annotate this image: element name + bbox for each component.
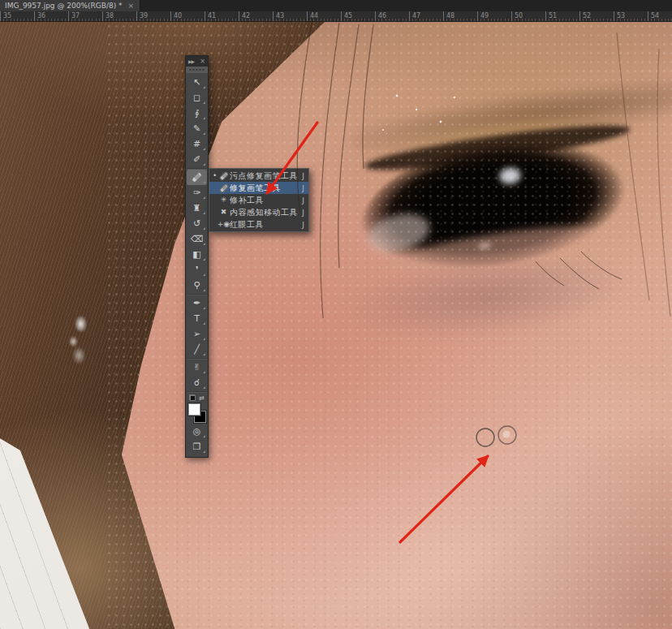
toolbar-separator — [187, 294, 207, 295]
ruler-tick: 35 — [0, 11, 34, 21]
foreground-color-swatch[interactable] — [188, 403, 200, 416]
flyout-item-label: 红眼工具 — [230, 219, 299, 230]
eyedropper-tool-icon: ✐ — [193, 155, 200, 164]
flyout-item-patch[interactable]: ✳ 修补工具 J — [209, 194, 308, 206]
collapse-panel-icon[interactable]: ▶▶ — [188, 58, 194, 64]
blur-tool-button[interactable]: ❜ — [187, 262, 207, 278]
eyedropper-tool-button[interactable]: ✐ — [187, 152, 207, 167]
ruler-tick: 53 — [614, 11, 648, 21]
path-selection-tool-icon: ➢ — [193, 330, 200, 338]
default-colors-icon[interactable] — [189, 394, 196, 401]
ruler-tick: 44 — [307, 11, 341, 21]
screen-mode-icon: ❐ — [193, 442, 201, 451]
quick-mask-mode-button[interactable]: ◎ — [187, 424, 207, 439]
ruler-tick: 41 — [205, 11, 239, 21]
current-tool-bullet: • — [212, 172, 218, 179]
hand-tool-button[interactable]: ✌ — [187, 360, 207, 375]
shortcut-key: J — [302, 209, 304, 217]
grip-dots-icon — [188, 68, 205, 71]
ruler-tick: 50 — [511, 11, 545, 21]
canvas-image[interactable] — [0, 22, 672, 629]
document-tab-bar: IMG_9957.jpg @ 200%(RGB/8) * × — [0, 0, 672, 11]
healing-tools-flyout-menu: • 污点修复画笔工具 J 修复画笔工具 J ✳ 修补工具 J ✖ 内容感知移动工… — [209, 168, 309, 232]
shortcut-key: J — [302, 172, 304, 180]
clone-stamp-tool-icon: ♜ — [193, 204, 201, 213]
spot-healing-brush-tool-button[interactable] — [187, 170, 207, 185]
flyout-item-label: 修补工具 — [230, 195, 299, 206]
earring — [58, 308, 96, 366]
pen-tool-button[interactable]: ✒ — [187, 295, 207, 311]
type-tool-icon: T — [194, 314, 200, 323]
pen-tool-icon: ✒ — [193, 299, 200, 308]
panel-close-icon[interactable]: × — [200, 58, 205, 65]
crop-tool-icon: # — [193, 140, 200, 149]
spot-healing-brush-icon — [218, 174, 230, 179]
gradient-tool-button[interactable]: ◧ — [187, 247, 207, 262]
healing-brush-icon — [218, 186, 230, 191]
history-brush-tool-icon: ↺ — [193, 219, 200, 228]
dodge-tool-icon: ⚲ — [193, 281, 200, 290]
shortcut-key: J — [302, 221, 304, 229]
path-selection-tool-button[interactable]: ➢ — [187, 326, 207, 342]
gradient-tool-icon: ◧ — [192, 250, 200, 259]
eraser-tool-button[interactable]: ⌫ — [187, 231, 207, 247]
hand-tool-icon: ✌ — [193, 363, 200, 372]
red-eye-tool-icon: +◉ — [218, 221, 230, 228]
ruler-tick: 42 — [239, 11, 273, 21]
color-controls: ⇄ — [187, 393, 207, 403]
panel-grip[interactable] — [186, 67, 208, 73]
quick-selection-tool-button[interactable]: ✎ — [187, 121, 207, 136]
ruler-tick: 45 — [341, 11, 375, 21]
content-aware-move-icon: ✖ — [218, 209, 230, 216]
quick-mask-icon: ◎ — [193, 427, 201, 436]
ruler-tick: 46 — [375, 11, 409, 21]
toolbar-separator — [187, 391, 207, 392]
history-brush-tool-button[interactable]: ↺ — [187, 216, 207, 231]
line-tool-icon: ╱ — [194, 345, 200, 354]
shortcut-key: J — [302, 184, 304, 192]
clone-stamp-tool-button[interactable]: ♜ — [187, 200, 207, 216]
photoshop-window: IMG_9957.jpg @ 200%(RGB/8) * × 35 36 37 … — [0, 0, 672, 629]
zoom-tool-icon: ☌ — [194, 378, 200, 387]
toolbar-separator — [187, 358, 207, 359]
flyout-item-red-eye[interactable]: +◉ 红眼工具 J — [209, 218, 308, 230]
move-tool-button[interactable]: ↖ — [187, 75, 207, 90]
flyout-item-spot-healing-brush[interactable]: • 污点修复画笔工具 J — [209, 170, 308, 182]
zoom-tool-button[interactable]: ☌ — [187, 375, 207, 390]
move-tool-icon: ↖ — [193, 78, 200, 87]
document-title: IMG_9957.jpg @ 200%(RGB/8) * — [5, 2, 123, 10]
rectangular-marquee-tool-button[interactable]: ◻ — [187, 90, 207, 106]
horizontal-ruler: 35 36 37 38 39 40 41 42 43 44 45 46 47 4… — [0, 11, 672, 22]
blur-tool-icon: ❜ — [196, 265, 199, 274]
tab-close-icon[interactable]: × — [128, 2, 135, 10]
lasso-tool-button[interactable]: ∮ — [187, 106, 207, 121]
marquee-tool-icon: ◻ — [193, 93, 200, 102]
ruler-tick: 52 — [579, 11, 614, 21]
eraser-tool-icon: ⌫ — [191, 235, 204, 243]
patch-tool-icon: ✳ — [218, 196, 230, 204]
swap-colors-icon[interactable]: ⇄ — [199, 394, 205, 402]
toolbar-separator — [187, 168, 207, 169]
flyout-item-label: 污点修复画笔工具 — [230, 170, 299, 182]
brush-tool-button[interactable]: ✑ — [187, 185, 207, 200]
brush-tool-icon: ✑ — [193, 188, 200, 197]
tools-panel-header[interactable]: ▶▶ × — [186, 56, 208, 67]
ruler-tick: 37 — [68, 11, 102, 21]
ruler-tick: 43 — [273, 11, 307, 21]
tools-panel: ▶▶ × ↖ ◻ ∮ ✎ # ✐ ✑ ♜ ↺ ⌫ ◧ ❜ ⚲ ✒ T ➢ ╱ ✌ — [185, 55, 209, 458]
lasso-tool-icon: ∮ — [195, 109, 200, 118]
ruler-tick: 47 — [409, 11, 443, 21]
flyout-item-healing-brush[interactable]: 修复画笔工具 J — [209, 182, 308, 194]
crop-tool-button[interactable]: # — [187, 136, 207, 152]
ruler-tick: 49 — [477, 11, 511, 21]
screen-mode-button[interactable]: ❐ — [187, 439, 207, 455]
ruler-tick: 39 — [136, 11, 170, 21]
shortcut-key: J — [302, 196, 304, 205]
flyout-item-label: 修复画笔工具 — [230, 183, 299, 194]
line-tool-button[interactable]: ╱ — [187, 342, 207, 357]
flyout-item-content-aware-move[interactable]: ✖ 内容感知移动工具 J — [209, 206, 308, 218]
document-tab[interactable]: IMG_9957.jpg @ 200%(RGB/8) * × — [0, 0, 140, 11]
dodge-tool-button[interactable]: ⚲ — [187, 278, 207, 293]
type-tool-button[interactable]: T — [187, 311, 207, 326]
quick-selection-tool-icon: ✎ — [193, 124, 200, 133]
